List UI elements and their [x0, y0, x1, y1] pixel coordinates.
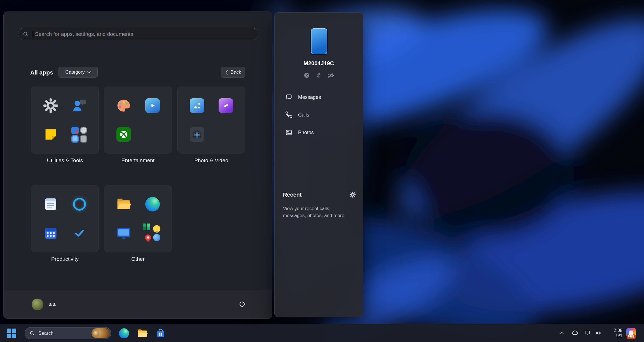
start-menu-panel: All apps Category Back	[3, 11, 272, 319]
hidden-icons-button[interactable]	[556, 328, 566, 338]
taskbar-store-button[interactable]	[155, 327, 167, 339]
folder-tile-productivity[interactable]	[31, 185, 99, 252]
folder-tile-entertainment[interactable]	[104, 87, 172, 153]
folder-tile-photo-video[interactable]	[177, 87, 245, 153]
search-input[interactable]	[35, 31, 254, 37]
camera-icon	[189, 126, 205, 143]
display-icon	[116, 225, 132, 241]
disconnected-icon	[303, 72, 310, 79]
mini-app-icon	[80, 127, 87, 134]
power-icon	[238, 301, 246, 308]
search-icon	[23, 31, 29, 37]
empty-slot	[218, 126, 234, 143]
notepad-icon	[43, 196, 59, 212]
mini-app-icon	[153, 225, 160, 232]
volume-icon	[595, 330, 602, 336]
battery-off-icon	[327, 72, 334, 79]
mini-app-icon	[144, 233, 152, 242]
network-icon	[584, 330, 591, 336]
messages-icon	[285, 94, 292, 101]
clipchamp-icon	[218, 97, 234, 114]
folder-label-utilities-tools: Utilities & Tools	[31, 157, 99, 164]
feedback-hub-icon	[71, 97, 88, 114]
folder-icon	[116, 196, 132, 212]
menu-item-label: Messages	[298, 94, 321, 100]
phone-link-menu: Messages Calls Photos	[278, 90, 359, 143]
photos-icon	[189, 97, 205, 114]
taskbar-file-explorer-button[interactable]	[137, 327, 148, 339]
network-button[interactable]	[583, 328, 593, 338]
device-name: M2004J19C	[275, 60, 363, 67]
todo-icon	[71, 225, 88, 241]
clock[interactable]: 2:08 9/1	[604, 328, 622, 338]
category-dropdown-button[interactable]: Category	[58, 67, 98, 78]
folder-tile-other[interactable]	[104, 185, 172, 252]
volume-button[interactable]	[593, 328, 603, 338]
recent-settings-button[interactable]	[348, 190, 357, 199]
movies-tv-icon	[144, 97, 161, 114]
folder-tile-utilities-tools[interactable]	[31, 87, 99, 153]
more-apps-cluster	[71, 126, 88, 143]
photos-outline-icon	[285, 129, 292, 136]
folder-label-productivity: Productivity	[31, 256, 99, 262]
xbox-icon	[116, 126, 132, 143]
clock-time: 2:08	[604, 328, 622, 333]
folder-label-photo-video: Photo & Video	[177, 157, 245, 164]
onedrive-button[interactable]	[570, 328, 580, 338]
category-dropdown-label: Category	[65, 69, 85, 75]
taskbar-edge-button[interactable]	[118, 327, 130, 339]
paint-icon	[116, 97, 132, 114]
phone-preview-image	[311, 28, 327, 54]
file-explorer-icon	[137, 328, 148, 339]
mini-app-icon	[71, 127, 79, 134]
phone-status-row	[275, 72, 363, 79]
start-button[interactable]	[4, 327, 18, 339]
folder-label-entertainment: Entertainment	[104, 157, 172, 164]
back-button[interactable]: Back	[221, 67, 245, 78]
folder-label-other: Other	[104, 256, 172, 262]
menu-item-calls[interactable]: Calls	[278, 108, 359, 122]
start-menu-footer: a a	[4, 290, 272, 318]
store-icon	[156, 328, 166, 338]
chevron-down-icon	[87, 71, 91, 74]
windows-logo-icon	[7, 329, 16, 338]
mini-app-icon	[71, 135, 79, 143]
preview-badge: PRE	[627, 334, 636, 339]
gear-icon	[350, 192, 356, 198]
taskbar-search-label: Search	[38, 331, 53, 336]
more-apps-cluster	[144, 225, 161, 241]
recent-heading: Recent	[283, 192, 302, 198]
cloud-icon	[571, 329, 579, 337]
chevron-up-icon	[559, 332, 564, 334]
empty-slot	[144, 126, 161, 143]
cortana-icon	[71, 196, 88, 212]
power-button[interactable]	[236, 298, 248, 310]
recent-description: View your recent calls, messages, photos…	[283, 205, 351, 219]
text-caret	[33, 31, 33, 37]
taskbar-search-box[interactable]: Search	[25, 327, 111, 339]
settings-icon	[43, 97, 59, 114]
start-search-box[interactable]	[18, 28, 258, 40]
search-highlight-image	[92, 328, 110, 338]
calls-icon	[285, 111, 292, 118]
menu-item-label: Photos	[298, 130, 314, 136]
mini-app-icon	[80, 135, 87, 143]
back-button-label: Back	[231, 69, 241, 75]
clock-date: 9/1	[604, 333, 622, 338]
chevron-left-icon	[225, 70, 228, 75]
sticky-notes-icon	[43, 126, 59, 143]
all-apps-heading: All apps	[30, 69, 53, 76]
edge-icon	[119, 328, 129, 338]
mini-app-icon	[144, 225, 152, 232]
menu-item-label: Calls	[298, 112, 309, 118]
phone-link-panel: M2004J19C Messages	[274, 12, 363, 317]
user-name: a a	[49, 302, 56, 307]
menu-item-messages[interactable]: Messages	[278, 90, 359, 104]
preview-app-button[interactable]: PRE	[626, 328, 636, 338]
taskbar: Search	[0, 324, 644, 342]
bluetooth-icon	[315, 72, 322, 79]
user-profile-button[interactable]: a a	[28, 290, 60, 319]
avatar	[32, 299, 43, 310]
menu-item-photos[interactable]: Photos	[278, 125, 359, 139]
mini-app-icon	[153, 234, 160, 241]
